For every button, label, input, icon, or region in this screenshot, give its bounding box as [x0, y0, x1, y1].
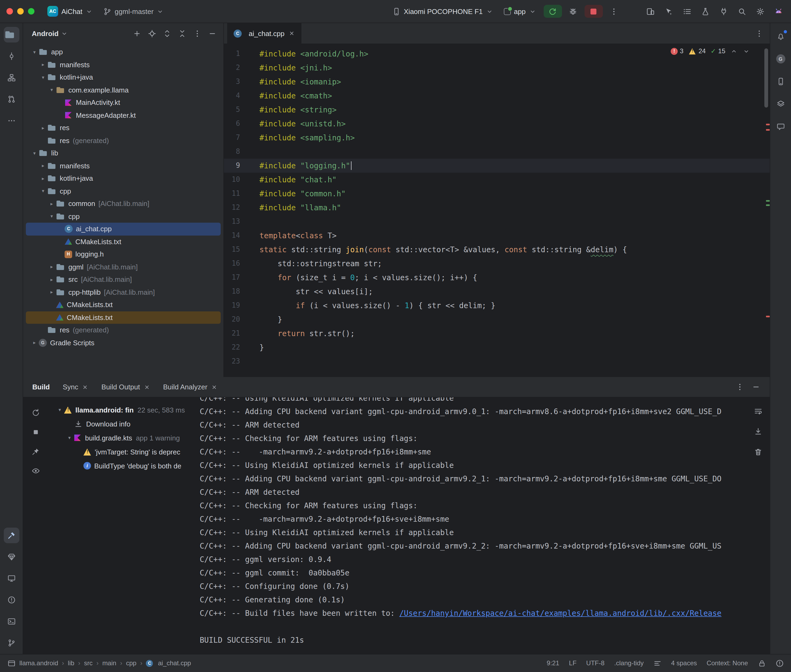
scroll-to-end-button[interactable]	[751, 424, 765, 438]
build-item-jvmtarget-string-is-deprec[interactable]: 'jvmTarget: String' is deprec	[48, 445, 192, 459]
tree-item-kotlin-java[interactable]: ▾kotlin+java	[26, 71, 221, 84]
line-number[interactable]: 11	[224, 187, 249, 201]
build-window-title[interactable]: Build	[32, 383, 50, 391]
chevron-down-icon[interactable]: ▾	[47, 87, 56, 93]
line-number[interactable]: 9	[224, 158, 249, 173]
code-line-7[interactable]: 7#include <sampling.h>	[224, 131, 770, 145]
close-tab-button[interactable]	[288, 30, 295, 37]
inspections-widget[interactable]: 3 24 ✓15	[671, 47, 750, 55]
collapse-all-button[interactable]	[175, 27, 189, 41]
prev-issue-button[interactable]	[730, 48, 738, 54]
tree-item-cpp[interactable]: ▾cpp	[26, 210, 221, 222]
breadcrumb-item-lib[interactable]: lib	[68, 659, 74, 667]
code-line-21[interactable]: 21 return str.str();	[224, 326, 770, 341]
indent-widget[interactable]: 4 spaces	[671, 659, 697, 667]
close-window-button[interactable]	[6, 8, 13, 14]
select-opened-file-button[interactable]	[145, 27, 159, 41]
device-manager-tool-button[interactable]	[3, 549, 19, 565]
stop-button[interactable]	[584, 5, 603, 18]
change-stripe-mark[interactable]	[766, 200, 770, 202]
vcs-branch-selector[interactable]: ggml-master	[100, 6, 167, 17]
line-number[interactable]: 8	[224, 145, 249, 158]
build-tool-button[interactable]	[3, 527, 19, 543]
run-config-selector[interactable]: app	[501, 6, 539, 17]
chevron-right-icon[interactable]: ▸	[39, 125, 47, 131]
build-output-path-link[interactable]: /Users/hanyin/Workspace/ai-chat/examples…	[400, 609, 722, 618]
close-tab-button[interactable]	[144, 384, 150, 390]
build-console[interactable]: C/C++: -- Using KleidiAI optimized kerne…	[192, 397, 770, 654]
project-options-button[interactable]	[190, 27, 204, 41]
code-line-8[interactable]: 8	[224, 145, 770, 158]
code-line-17[interactable]: 17 for (size_t i = 0; i < values.size();…	[224, 270, 770, 285]
clang-tidy-widget[interactable]: .clang-tidy	[614, 659, 643, 667]
close-tab-button[interactable]	[211, 384, 218, 390]
breadcrumb-item-cpp[interactable]: cpp	[126, 659, 136, 667]
chevron-down-icon[interactable]: ▾	[39, 189, 47, 194]
line-number[interactable]: 15	[224, 243, 249, 256]
device-selector[interactable]: Xiaomi POCOPHONE F1	[389, 6, 496, 17]
tree-item-common[interactable]: ▸common[AiChat.lib.main]	[26, 197, 221, 210]
build-item-download-info[interactable]: Download info	[48, 417, 192, 431]
code-line-10[interactable]: 10#include "chat.h"	[224, 173, 770, 187]
line-number[interactable]: 10	[224, 173, 249, 187]
rerun-build-button[interactable]	[28, 405, 43, 421]
layout-inspector-tool-button[interactable]	[773, 96, 788, 112]
line-number[interactable]: 3	[224, 75, 249, 89]
pair-devices-button[interactable]	[643, 4, 658, 18]
chevron-right-icon[interactable]: ▸	[47, 277, 56, 282]
build-item-llama-android-fin[interactable]: ▾llama.android: fin22 sec, 583 ms	[48, 403, 192, 417]
line-number[interactable]: 19	[224, 299, 249, 312]
tab-build-output[interactable]: Build Output	[101, 383, 150, 391]
chevron-right-icon[interactable]: ▸	[47, 201, 56, 206]
tree-item-res[interactable]: ▸res	[26, 122, 221, 134]
line-number[interactable]: 17	[224, 270, 249, 285]
search-everywhere-button[interactable]	[735, 4, 749, 18]
add-button[interactable]	[130, 27, 144, 41]
hints-status-icon[interactable]	[775, 659, 783, 667]
debug-button[interactable]	[566, 4, 580, 18]
code-line-15[interactable]: 15static std::string join(const std::vec…	[224, 243, 770, 256]
code-line-2[interactable]: 2#include <jni.h>	[224, 61, 770, 75]
code-line-6[interactable]: 6#include <unistd.h>	[224, 117, 770, 131]
error-stripe-mark[interactable]	[766, 316, 770, 317]
ai-actions-button[interactable]	[662, 4, 676, 18]
code-line-9[interactable]: 9#include "logging.h"	[224, 158, 770, 173]
stop-build-button[interactable]	[28, 424, 43, 440]
more-actions-button[interactable]	[607, 4, 621, 18]
code-style-icon[interactable]	[653, 659, 661, 667]
studio-bot-button[interactable]	[772, 4, 786, 18]
soft-wrap-button[interactable]	[751, 404, 765, 418]
tree-item-ai-chat-cpp[interactable]: ai_chat.cpp	[26, 222, 221, 235]
version-control-tool-button[interactable]	[3, 635, 19, 651]
hide-project-panel-button[interactable]	[205, 27, 219, 41]
chevron-right-icon[interactable]: ▸	[39, 163, 47, 169]
commit-tool-button[interactable]	[3, 48, 19, 64]
code-line-19[interactable]: 19 if (i < values.size() - 1) { str << d…	[224, 299, 770, 312]
code-line-22[interactable]: 22}	[224, 341, 770, 354]
tree-item-cmakelists-txt[interactable]: CMakeLists.txt	[26, 311, 221, 324]
line-number[interactable]: 18	[224, 285, 249, 299]
build-options-button[interactable]	[733, 380, 747, 394]
problems-tool-button[interactable]	[3, 592, 19, 608]
code-line-13[interactable]: 13	[224, 214, 770, 229]
chevron-down-icon[interactable]: ▾	[30, 50, 39, 55]
line-number[interactable]: 6	[224, 117, 249, 131]
editor-scrollbar[interactable]	[764, 48, 768, 107]
tree-item-cmakelists-txt[interactable]: CMakeLists.txt	[26, 235, 221, 248]
tree-item-manifests[interactable]: ▸manifests	[26, 160, 221, 172]
code-line-23[interactable]: 23	[224, 354, 770, 368]
code-line-16[interactable]: 16 std::ostringstream str;	[224, 256, 770, 270]
tree-item-com-example-llama[interactable]: ▾com.example.llama	[26, 84, 221, 96]
line-number[interactable]: 1	[224, 47, 249, 61]
chevron-right-icon[interactable]: ▸	[30, 340, 39, 346]
build-item-buildtype-debug-is-both-de[interactable]: BuildType 'debug' is both de	[48, 459, 192, 473]
line-number[interactable]: 22	[224, 341, 249, 354]
breadcrumb-item-llama-android[interactable]: llama.android	[19, 659, 58, 667]
tab-options-button[interactable]	[755, 29, 763, 37]
pin-tab-button[interactable]	[28, 444, 43, 459]
tab-sync[interactable]: Sync	[63, 383, 88, 391]
lock-icon[interactable]	[757, 659, 766, 667]
line-number[interactable]: 21	[224, 326, 249, 341]
line-separator-widget[interactable]: LF	[569, 659, 576, 667]
code-line-3[interactable]: 3#include <iomanip>	[224, 75, 770, 89]
